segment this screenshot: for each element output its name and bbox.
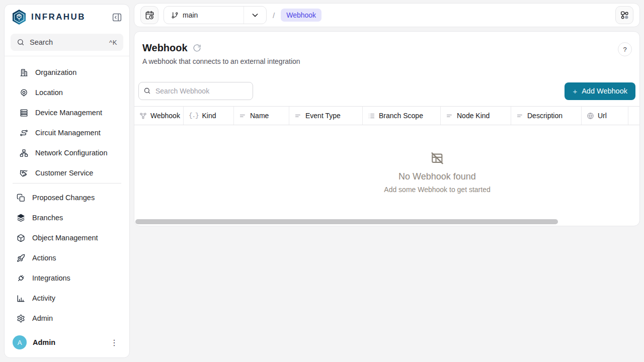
empty-state: No Webhook found Add some Webhook to get…: [384, 151, 490, 194]
no-data-icon: [384, 151, 490, 165]
page-header: Webhook A webhook that connects to an ex…: [134, 32, 639, 66]
sidebar-item-label: Admin: [32, 314, 53, 322]
topbar: main / Webhook: [134, 3, 640, 27]
search-placeholder: Search: [30, 38, 53, 46]
column-header-description[interactable]: Description: [511, 107, 582, 125]
list-icon: [368, 112, 375, 120]
copy-icon: [17, 194, 25, 202]
refresh-icon[interactable]: [193, 44, 201, 52]
git-branch-icon: [171, 12, 179, 19]
cube-icon: [17, 234, 25, 242]
sidebar-item-label: Activity: [32, 294, 55, 302]
bar-chart-icon: [17, 294, 25, 303]
add-webhook-label: Add Webhook: [582, 87, 627, 95]
calendar-clock-icon: [145, 11, 154, 20]
route-icon: [20, 129, 28, 137]
sidebar-item-label: Actions: [32, 254, 56, 262]
brand-header: INFRAHUB: [5, 5, 129, 30]
text-icon: [294, 112, 302, 120]
sidebar-item-label: Circuit Management: [35, 129, 101, 137]
column-header-event-type[interactable]: Event Type: [289, 107, 363, 125]
webhook-page: Webhook A webhook that connects to an ex…: [134, 31, 640, 226]
sidebar-collapse-icon[interactable]: [112, 12, 122, 23]
server-icon: [20, 109, 28, 117]
sidebar-item-label: Proposed Changes: [32, 194, 95, 202]
webhook-search: [138, 82, 253, 100]
sidebar-item-label: Object Management: [32, 234, 98, 242]
sidebar-item-label: Branches: [32, 214, 63, 222]
page-subtitle: A webhook that connects to an external i…: [142, 57, 631, 66]
column-header-webhook[interactable]: Webhook: [134, 107, 184, 125]
sidebar-item-label: Organization: [35, 68, 76, 76]
braces-icon: {.}: [189, 112, 199, 119]
relationship-icon: [139, 112, 147, 120]
sidebar-item-circuit-management[interactable]: Circuit Management: [9, 123, 125, 143]
plug-icon: [17, 274, 25, 283]
brand-name: INFRAHUB: [31, 12, 86, 22]
sidebar-item-integrations[interactable]: Integrations: [9, 268, 125, 288]
plus-icon: +: [573, 87, 577, 96]
globe-icon: [587, 112, 594, 120]
horizontal-scrollbar[interactable]: [135, 219, 558, 224]
sidebar-item-branches[interactable]: Branches: [9, 208, 125, 228]
infrahub-logo-icon: [12, 9, 27, 25]
handshake-icon: [20, 169, 28, 177]
layers-icon: [17, 214, 25, 222]
branch-name: main: [183, 11, 198, 19]
branch-current[interactable]: main: [164, 11, 244, 19]
text-icon: [239, 112, 247, 120]
sidebar-item-location[interactable]: Location: [9, 82, 125, 103]
column-header-url[interactable]: Url: [582, 107, 628, 125]
app-nav: Proposed Changes Branches Object Managem…: [5, 184, 129, 328]
column-header-branch-scope[interactable]: Branch Scope: [363, 107, 441, 125]
column-header-node-kind[interactable]: Node Kind: [441, 107, 511, 125]
empty-state-subtitle: Add some Webhook to get started: [384, 186, 490, 194]
gear-icon: [17, 314, 25, 323]
object-nav: Organization Location Device Management: [5, 56, 129, 183]
rocket-icon: [17, 254, 25, 262]
chevron-down-icon: [251, 11, 259, 19]
sidebar-item-admin[interactable]: Admin: [9, 308, 125, 328]
location-icon: [20, 88, 28, 97]
column-header-kind[interactable]: {.} Kind: [184, 107, 234, 125]
sidebar-item-label: Device Management: [35, 109, 102, 117]
search-icon: [17, 38, 25, 46]
sidebar-item-object-management[interactable]: Object Management: [9, 228, 125, 248]
branch-selector[interactable]: main: [164, 6, 267, 24]
search-icon: [143, 87, 151, 95]
sidebar-item-label: Location: [35, 88, 63, 97]
sidebar-item-label: Customer Service: [35, 169, 93, 177]
user-menu[interactable]: A Admin ⋮: [5, 328, 129, 357]
page-title: Webhook: [142, 42, 188, 54]
column-header-name[interactable]: Name: [234, 107, 289, 125]
search-shortcut: ^K: [109, 39, 117, 46]
breadcrumb-webhook[interactable]: Webhook: [281, 9, 321, 22]
sidebar-item-device-management[interactable]: Device Management: [9, 103, 125, 123]
schema-button[interactable]: [615, 6, 633, 24]
time-travel-button[interactable]: [140, 6, 158, 24]
table-header: Webhook {.} Kind Name Event Type: [134, 106, 639, 125]
user-name: Admin: [33, 338, 55, 346]
sidebar-item-activity[interactable]: Activity: [9, 288, 125, 308]
sidebar-item-customer-service[interactable]: Customer Service: [9, 163, 125, 183]
sidebar-search[interactable]: Search ^K: [11, 34, 123, 51]
schema-icon: [620, 11, 629, 20]
sidebar-item-label: Network Configuration: [35, 149, 107, 157]
kebab-menu-icon[interactable]: ⋮: [107, 338, 121, 347]
search-input[interactable]: [138, 82, 253, 100]
branch-dropdown-toggle[interactable]: [244, 7, 266, 24]
sidebar: INFRAHUB Search ^K Organization: [4, 4, 130, 358]
building-icon: [20, 68, 28, 77]
text-icon: [446, 112, 453, 120]
add-webhook-button[interactable]: + Add Webhook: [565, 82, 635, 100]
breadcrumb-separator: /: [273, 11, 275, 20]
sidebar-item-organization[interactable]: Organization: [9, 62, 125, 82]
sidebar-item-proposed-changes[interactable]: Proposed Changes: [9, 188, 125, 208]
sidebar-item-actions[interactable]: Actions: [9, 248, 125, 268]
toolbar: + Add Webhook: [134, 82, 639, 100]
sidebar-item-label: Integrations: [32, 274, 70, 282]
text-icon: [516, 112, 524, 120]
help-button[interactable]: ?: [618, 42, 632, 56]
column-header-empty: [628, 107, 639, 125]
sidebar-item-network-configuration[interactable]: Network Configuration: [9, 143, 125, 163]
